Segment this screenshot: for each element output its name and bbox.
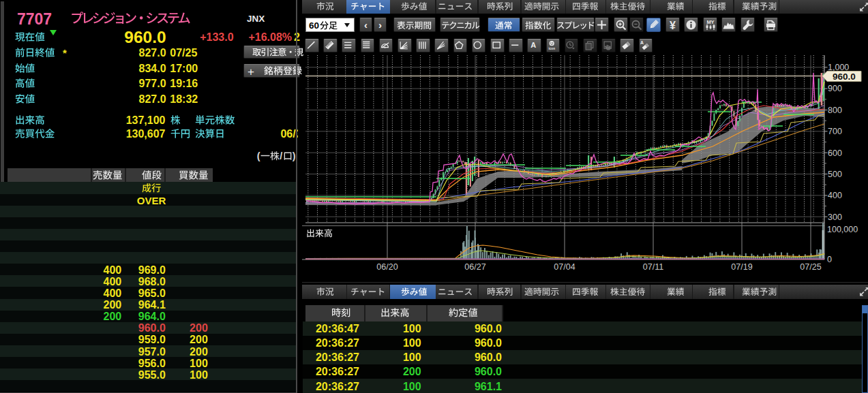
- svg-text:MY: MY: [706, 19, 714, 25]
- svg-text:800: 800: [828, 106, 842, 115]
- svg-text:A: A: [530, 41, 536, 49]
- svg-text:500: 500: [828, 170, 842, 179]
- svg-text:06/27: 06/27: [464, 262, 485, 272]
- svg-text:960.0: 960.0: [833, 72, 856, 82]
- svg-text:900: 900: [828, 84, 842, 93]
- svg-text:07/04: 07/04: [554, 262, 575, 272]
- svg-text:A: A: [640, 40, 644, 45]
- svg-text:400: 400: [828, 191, 842, 200]
- svg-text:0: 0: [827, 255, 832, 264]
- svg-text:07/19: 07/19: [731, 262, 752, 272]
- svg-text:300: 300: [828, 213, 842, 222]
- svg-text:600: 600: [828, 148, 842, 158]
- svg-text:06/20: 06/20: [376, 262, 398, 272]
- svg-text:icon: icon: [549, 46, 556, 50]
- svg-text:07/25: 07/25: [800, 262, 821, 272]
- svg-text:100,000: 100,000: [827, 225, 858, 234]
- svg-text:700: 700: [828, 127, 842, 136]
- svg-text:07/11: 07/11: [643, 262, 663, 272]
